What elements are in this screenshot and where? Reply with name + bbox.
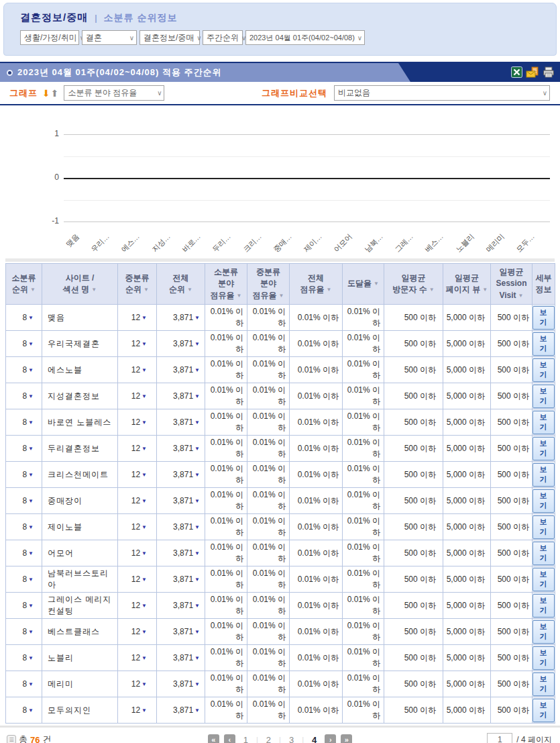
chart-gridline [64, 156, 550, 157]
next-page-button[interactable]: › [325, 734, 336, 743]
share-chart: 10-1맺음우리…에스…지성…바로…두리…크리…중매…제이…어모어남북…그레…베… [0, 105, 560, 258]
filter-select-1[interactable]: 결혼∨ [82, 30, 137, 45]
page-input[interactable] [487, 733, 512, 743]
view-detail-button[interactable]: 보기 [533, 332, 555, 356]
filter-select-value: 2023년 04월 01주(04/02~04/08) [249, 33, 355, 43]
view-detail-button[interactable]: 보기 [533, 699, 555, 722]
detail-cell: 보기 [533, 357, 555, 383]
small-rank-cell: 8▼ [6, 331, 42, 357]
view-detail-button[interactable]: 보기 [533, 620, 555, 644]
view-detail-button[interactable]: 보기 [533, 542, 555, 565]
filter-select-0[interactable]: 생활/가정/취미∨ [20, 30, 79, 45]
rank-change-icon: ▼ [28, 629, 34, 635]
filter-select-3[interactable]: 주간순위∨ [203, 30, 243, 45]
reach-cell: 0.01% 이하 [343, 488, 384, 514]
first-page-button[interactable]: « [208, 734, 219, 743]
last-page-button[interactable]: » [341, 734, 352, 743]
filter-select-value: 결혼 [86, 32, 102, 44]
graph-compare-select[interactable]: 비교없음 ∨ [334, 85, 550, 101]
view-detail-button[interactable]: 보기 [533, 385, 555, 408]
small-share-cell: 0.01% 이하 [205, 593, 247, 619]
detail-cell: 보기 [533, 462, 555, 488]
view-detail-button[interactable]: 보기 [533, 673, 555, 696]
filter-select-4[interactable]: 2023년 04월 01주(04/02~04/08)∨ [245, 30, 365, 45]
total-rank-cell: 3,871▼ [157, 645, 205, 671]
mid-share-cell: 0.01% 이하 [247, 540, 290, 566]
daily-pageviews-cell: 5,000 이하 [443, 462, 491, 488]
page-number-2[interactable]: 2 [263, 735, 274, 743]
total-share-cell: 0.01% 이하 [290, 540, 343, 566]
daily-pageviews-cell: 5,000 이하 [443, 619, 491, 645]
view-detail-button[interactable]: 보기 [533, 437, 555, 460]
y-axis-tick-label: 1 [34, 129, 59, 138]
graph-metric-select[interactable]: 소분류 분야 점유율 ∨ [64, 85, 164, 101]
small-share-cell: 0.01% 이하 [205, 566, 247, 593]
rank-change-icon: ▼ [28, 446, 34, 452]
rank-change-icon: ▼ [194, 446, 200, 452]
table-row: 8▼베스트클래스12▼3,871▼0.01% 이하0.01% 이하0.01% 이… [6, 619, 555, 645]
rank-change-icon: ▼ [142, 603, 147, 609]
mid-share-cell: 0.01% 이하 [247, 383, 290, 409]
detail-cell: 보기 [533, 488, 555, 514]
daily-visitors-cell: 500 이하 [384, 409, 443, 436]
total-rank-cell: 3,871▼ [157, 305, 205, 331]
view-detail-button[interactable]: 보기 [533, 594, 555, 617]
print-icon[interactable] [543, 66, 555, 78]
total-share-cell: 0.01% 이하 [290, 671, 343, 697]
total-share-cell: 0.01% 이하 [290, 331, 343, 357]
rank-change-icon: ▼ [194, 577, 200, 583]
mid-rank-cell: 12▼ [118, 383, 157, 409]
page-number-1[interactable]: 1 [240, 735, 251, 743]
reach-cell: 0.01% 이하 [343, 331, 384, 357]
site-name-cell: 메리미 [42, 671, 118, 697]
excel-export-icon[interactable] [511, 66, 522, 78]
table-row: 8▼노블리12▼3,871▼0.01% 이하0.01% 이하0.01% 이하0.… [6, 645, 555, 671]
mid-rank-cell: 12▼ [118, 593, 157, 619]
view-detail-button[interactable]: 보기 [533, 568, 555, 591]
view-detail-button[interactable]: 보기 [533, 646, 555, 670]
small-share-cell: 0.01% 이하 [205, 357, 247, 383]
sort-arrow-icon: ▼ [518, 293, 524, 299]
rank-change-icon: ▼ [28, 707, 34, 713]
site-name-cell: 맺음 [42, 305, 118, 331]
daily-session-cell: 500 이하 [491, 671, 533, 697]
mid-rank-cell: 12▼ [118, 619, 157, 645]
reach-cell: 0.01% 이하 [343, 409, 384, 436]
table-row: 8▼우리국제결혼12▼3,871▼0.01% 이하0.01% 이하0.01% 이… [6, 331, 555, 357]
detail-cell: 보기 [533, 566, 555, 593]
small-share-cell: 0.01% 이하 [205, 671, 247, 697]
reach-cell: 0.01% 이하 [343, 305, 384, 331]
rank-change-icon: ▼ [194, 498, 200, 504]
chevron-down-icon: ∨ [157, 89, 162, 97]
view-detail-button[interactable]: 보기 [533, 515, 555, 539]
view-detail-button[interactable]: 보기 [533, 463, 555, 487]
page-title: 결혼정보/중매 [20, 11, 88, 24]
small-share-cell: 0.01% 이하 [205, 540, 247, 566]
sort-ascending-icon[interactable]: ⬆ [51, 88, 59, 99]
reach-cell: 0.01% 이하 [343, 462, 384, 488]
view-detail-button[interactable]: 보기 [533, 358, 555, 382]
table-body: 8▼맺음12▼3,871▼0.01% 이하0.01% 이하0.01% 이하0.0… [6, 305, 555, 724]
view-detail-button[interactable]: 보기 [533, 306, 555, 330]
prev-page-button[interactable]: ‹ [224, 734, 235, 743]
small-share-cell: 0.01% 이하 [205, 514, 247, 540]
filter-select-2[interactable]: 결혼정보/중매∨ [139, 30, 200, 45]
daily-visitors-cell: 500 이하 [384, 436, 443, 462]
rank-change-icon: ▼ [142, 446, 147, 452]
small-rank-cell: 8▼ [6, 645, 42, 671]
view-detail-button[interactable]: 보기 [533, 489, 555, 513]
mail-report-icon[interactable] [526, 66, 539, 78]
total-rank-cell: 3,871▼ [157, 488, 205, 514]
mid-rank-cell: 12▼ [118, 436, 157, 462]
footer: ☰ 총 76 건 « ‹ 1|2|3|4 › » / 4 페이지 [0, 728, 560, 743]
small-rank-cell: 8▼ [6, 488, 42, 514]
page-number-3[interactable]: 3 [286, 735, 297, 743]
small-rank-cell: 8▼ [6, 383, 42, 409]
view-detail-button[interactable]: 보기 [533, 411, 555, 434]
sort-descending-icon[interactable]: ⬇ [42, 88, 50, 99]
page-number-4[interactable]: 4 [309, 735, 320, 743]
daily-session-cell: 500 이하 [491, 462, 533, 488]
rank-change-icon: ▼ [194, 603, 200, 609]
mid-rank-cell: 12▼ [118, 409, 157, 436]
mid-rank-cell: 12▼ [118, 462, 157, 488]
